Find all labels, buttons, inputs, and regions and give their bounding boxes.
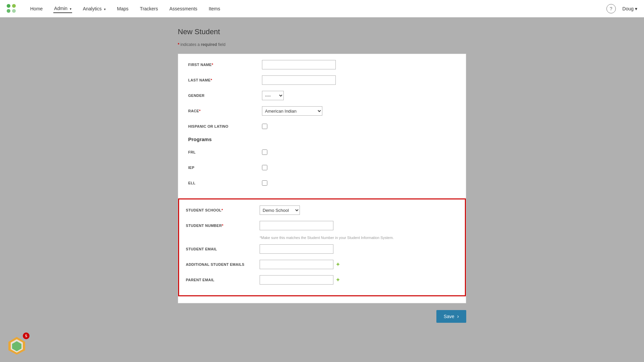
student-school-label: STUDENT SCHOOL* [186,208,260,212]
ell-row: ELL [188,178,456,188]
hispanic-row: HISPANIC OR LATINO [188,121,456,132]
save-button[interactable]: Save › [436,310,466,323]
widget-badge: 5 [23,333,30,339]
nav-home[interactable]: Home [30,5,43,13]
student-email-input[interactable] [260,244,333,254]
gender-select[interactable]: ---- Male Female Non-binary [262,91,284,100]
frl-label: FRL [188,150,262,154]
additional-emails-row: ADDITIONAL STUDENT EMAILS ✦ [186,259,458,270]
student-number-input[interactable] [260,221,333,230]
frl-row: FRL [188,147,456,158]
navigation: Home Admin ▾ Analytics ▾ Maps Trackers A… [0,0,644,17]
analytics-chevron-icon: ▾ [104,7,106,11]
student-school-row: STUDENT SCHOOL* Demo School Other School [186,205,458,216]
nav-analytics[interactable]: Analytics ▾ [82,5,106,13]
admin-chevron-icon: ▾ [70,7,71,11]
gender-label: GENDER [188,94,262,98]
nav-items[interactable]: Items [208,5,221,13]
page-title: New Student [178,27,466,36]
ell-checkbox[interactable] [262,180,267,186]
student-email-label: STUDENT EMAIL [186,247,260,251]
last-name-row: LAST NAME* [188,75,456,85]
save-arrow-icon: › [457,313,459,319]
nav-maps[interactable]: Maps [116,5,129,13]
help-button[interactable]: ? [606,4,616,13]
student-school-select[interactable]: Demo School Other School [260,205,300,215]
student-number-row: STUDENT NUMBER* [186,220,458,231]
iep-row: IEP [188,162,456,173]
iep-label: IEP [188,166,262,170]
first-name-input[interactable] [262,60,336,69]
iep-checkbox[interactable] [262,165,267,170]
student-email-row: STUDENT EMAIL [186,244,458,254]
frl-checkbox[interactable] [262,149,267,155]
gender-row: GENDER ---- Male Female Non-binary [188,90,456,101]
hispanic-label: HISPANIC OR LATINO [188,124,262,128]
race-label: RACE* [188,109,262,113]
user-chevron-icon: ▾ [635,6,637,11]
first-name-label: FIRST NAME* [188,63,262,67]
user-menu[interactable]: Doug ▾ [623,6,637,11]
app-logo[interactable] [7,4,16,13]
nav-trackers[interactable]: Trackers [139,5,159,13]
add-additional-email-button[interactable]: ✦ [335,261,340,268]
first-name-row: FIRST NAME* [188,59,456,70]
highlighted-section: STUDENT SCHOOL* Demo School Other School… [178,198,466,296]
form-card: FIRST NAME* LAST NAME* GENDER ---- Male … [178,54,466,303]
programs-heading: Programs [188,136,456,142]
save-row: Save › [178,310,466,323]
student-number-label: STUDENT NUMBER* [186,224,260,228]
additional-emails-label: ADDITIONAL STUDENT EMAILS [186,262,260,266]
race-row: RACE* American Indian Asian Black or Afr… [188,106,456,116]
ell-label: ELL [188,181,262,185]
main-content: New Student * indicates a required field… [171,17,473,350]
last-name-label: LAST NAME* [188,78,262,82]
nav-assessments[interactable]: Assessments [169,5,198,13]
parent-email-label: PARENT EMAIL [186,278,260,282]
form-main-section: FIRST NAME* LAST NAME* GENDER ---- Male … [178,54,466,198]
bottom-widget[interactable]: 5 [7,332,30,355]
hispanic-checkbox[interactable] [262,124,267,129]
parent-email-input[interactable] [260,275,333,285]
last-name-input[interactable] [262,75,336,85]
add-parent-email-button[interactable]: ✦ [335,276,340,284]
nav-right: ? Doug ▾ [606,4,637,13]
parent-email-row: PARENT EMAIL ✦ [186,275,458,285]
additional-emails-input[interactable] [260,260,333,269]
required-note: * indicates a required field [178,42,466,47]
nav-admin[interactable]: Admin ▾ [53,4,72,13]
race-select[interactable]: American Indian Asian Black or African A… [262,106,322,116]
student-number-note: *Make sure this matches the Student Numb… [260,236,458,240]
